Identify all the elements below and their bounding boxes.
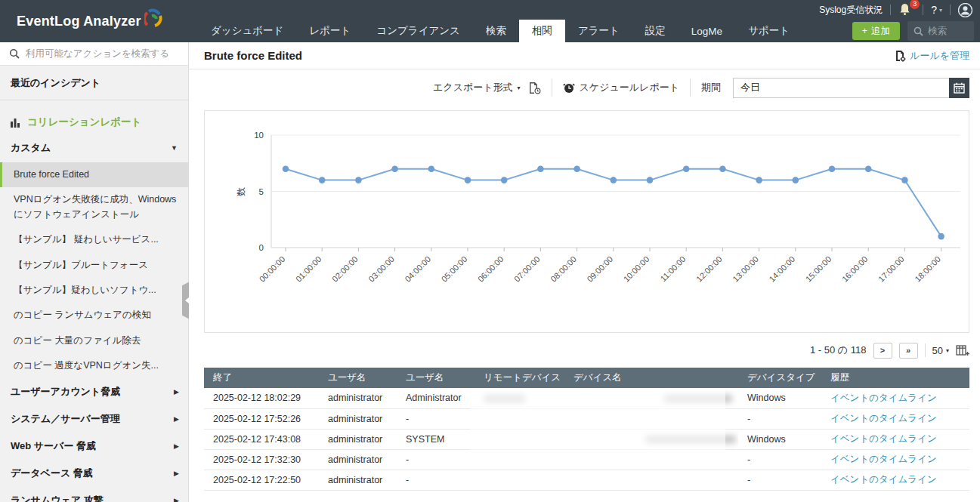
- sidebar-report-item[interactable]: のコピー 過度なVPNログオン失...: [0, 353, 188, 378]
- search-icon: [9, 48, 20, 59]
- cell-user-name-2: SYSTEM: [397, 429, 475, 449]
- cell-user-name: administrator: [319, 449, 397, 470]
- page-size-dropdown[interactable]: 50 ▾: [932, 345, 949, 356]
- sidebar-group-custom[interactable]: カスタム ▼: [0, 134, 188, 162]
- cell-end-time: 2025-02-12 17:32:30: [204, 449, 319, 470]
- nav-tab-6[interactable]: 設定: [632, 20, 679, 42]
- cell-user-name-2: -: [397, 449, 475, 470]
- column-header[interactable]: デバイス名: [564, 368, 738, 388]
- app-logo[interactable]: EventLog Analyzer: [0, 0, 189, 42]
- data-point-08:00:00: [573, 165, 580, 172]
- chevron-down-icon: ▼: [171, 144, 178, 152]
- syslog-status-link[interactable]: Syslog受信状況: [819, 4, 883, 17]
- nav-tab-2[interactable]: コンプライアンス: [363, 20, 473, 42]
- column-header[interactable]: 終了: [204, 368, 319, 388]
- cell-device-name: [564, 470, 738, 490]
- period-input[interactable]: [733, 78, 949, 98]
- action-search-input[interactable]: [26, 48, 177, 59]
- export-format-dropdown[interactable]: エクスポート形式 ▾: [433, 81, 541, 94]
- pagination-divider: [925, 343, 926, 357]
- schedule-report-label: スケジュールレポート: [580, 81, 679, 94]
- svg-text:03:00:00: 03:00:00: [366, 254, 396, 284]
- sidebar-category[interactable]: ユーザーアカウント脅威▶: [0, 378, 188, 405]
- data-point-15:00:00: [829, 165, 836, 172]
- sidebar-category[interactable]: システム／サーバー管理▶: [0, 405, 188, 433]
- data-point-11:00:00: [683, 165, 690, 172]
- sidebar-category-label: データベース 脅威: [11, 467, 93, 480]
- sidebar-section-label: コリレーションレポート: [27, 115, 141, 129]
- nav-tab-5[interactable]: アラート: [565, 20, 632, 42]
- app-header: EventLog Analyzer Syslog受信状況 3 ? ▾: [0, 0, 980, 42]
- notifications-button[interactable]: 3: [898, 2, 915, 17]
- svg-text:07:00:00: 07:00:00: [512, 254, 542, 284]
- table-row: 2025-02-12 17:43:08administratorSYSTEMWi…: [204, 429, 969, 449]
- sidebar-report-item[interactable]: VPNログオン失敗後に成功、Windowsにソフトウェアインストール: [0, 187, 188, 227]
- calendar-icon: [954, 82, 965, 94]
- sidebar-report-item[interactable]: のコピー ランサムウェアの検知: [0, 303, 188, 328]
- column-header[interactable]: リモートデバイス: [475, 368, 564, 388]
- cell-device-name: [564, 388, 738, 408]
- svg-text:11:00:00: 11:00:00: [658, 254, 687, 283]
- chevron-right-icon: ▶: [174, 497, 179, 502]
- correlation-chart: 0510数00:00:0001:00:0002:00:0003:00:0004:…: [205, 111, 969, 332]
- svg-text:06:00:00: 06:00:00: [476, 254, 505, 284]
- sidebar-section-correlation-reports[interactable]: コリレーションレポート: [0, 100, 188, 134]
- nav-tab-0[interactable]: ダッシュボード: [198, 20, 296, 42]
- user-avatar-icon: [958, 3, 972, 17]
- svg-text:09:00:00: 09:00:00: [585, 254, 614, 284]
- calendar-button[interactable]: [949, 78, 969, 98]
- help-menu-button[interactable]: ? ▾: [931, 4, 942, 16]
- app-logo-text: EventLog Analyzer: [17, 14, 141, 29]
- cell-device-name: [564, 408, 738, 429]
- sidebar-category[interactable]: Web サーバー 脅威▶: [0, 433, 188, 460]
- schedule-report-button[interactable]: スケジュールレポート: [563, 81, 679, 94]
- sidebar-group-label: カスタム: [11, 141, 51, 155]
- toolbar-divider: [690, 79, 691, 97]
- sidebar-report-item[interactable]: Brute force Edited: [0, 162, 188, 187]
- chevron-down-icon: ▾: [518, 85, 521, 91]
- data-point-04:00:00: [428, 165, 435, 172]
- sidebar-report-item[interactable]: 【サンプル】ブルートフォース: [0, 253, 188, 278]
- column-header[interactable]: 履歴: [821, 368, 969, 388]
- svg-text:13:00:00: 13:00:00: [731, 254, 760, 284]
- add-button[interactable]: + 追加: [852, 22, 900, 40]
- nav-tab-3[interactable]: 検索: [473, 20, 519, 42]
- sidebar-category[interactable]: データベース 脅威▶: [0, 460, 188, 487]
- sidebar-report-item[interactable]: 【サンプル】 疑わしいサービス...: [0, 227, 188, 252]
- sidebar-category-label: Web サーバー 脅威: [11, 439, 96, 453]
- sidebar-report-item[interactable]: 【サンプル】疑わしいソフトウ...: [0, 278, 188, 303]
- nav-tab-1[interactable]: レポート: [296, 20, 363, 42]
- blurred-value: [645, 436, 736, 443]
- cell-history-link[interactable]: イベントのタイムライン: [821, 429, 969, 449]
- data-point-00:00:00: [283, 165, 289, 172]
- column-header[interactable]: ユーザ名: [319, 368, 397, 388]
- sidebar-category[interactable]: ランサムウェア 攻撃▶: [0, 487, 188, 502]
- cell-history-link[interactable]: イベントのタイムライン: [821, 388, 969, 408]
- user-menu-button[interactable]: [958, 3, 972, 17]
- column-header[interactable]: デバイスタイプ: [738, 368, 821, 388]
- global-search-input[interactable]: 検索: [907, 21, 974, 41]
- sidebar-report-item[interactable]: のコピー 大量のファイル除去: [0, 328, 188, 353]
- data-point-16:00:00: [865, 165, 872, 172]
- cell-history-link[interactable]: イベントのタイムライン: [821, 449, 969, 470]
- cell-history-link[interactable]: イベントのタイムライン: [821, 408, 969, 429]
- pagination-next-button[interactable]: >: [873, 343, 892, 359]
- sidebar-category-label: システム／サーバー管理: [11, 412, 120, 426]
- cell-device-type: -: [738, 408, 821, 429]
- nav-tab-7[interactable]: LogMe: [679, 20, 735, 42]
- notification-badge: 3: [910, 0, 920, 9]
- data-point-09:00:00: [611, 177, 617, 183]
- sidebar-item-recent-incidents[interactable]: 最近のインシデント: [0, 66, 188, 100]
- manage-rules-link[interactable]: ルールを管理: [895, 49, 969, 63]
- data-point-12:00:00: [719, 165, 726, 172]
- column-header[interactable]: ユーザ名: [397, 368, 475, 388]
- alarm-clock-icon: [563, 82, 575, 94]
- svg-text:00:00:00: 00:00:00: [258, 254, 287, 284]
- svg-text:17:00:00: 17:00:00: [876, 254, 906, 284]
- nav-tab-8[interactable]: サポート: [735, 20, 802, 42]
- sidebar-report-list: Brute force EditedVPNログオン失敗後に成功、Windowsに…: [0, 162, 188, 378]
- nav-tab-4[interactable]: 相関: [519, 20, 565, 42]
- pagination-last-button[interactable]: »: [899, 343, 918, 359]
- column-chooser-button[interactable]: [956, 344, 969, 356]
- cell-history-link[interactable]: イベントのタイムライン: [821, 470, 969, 490]
